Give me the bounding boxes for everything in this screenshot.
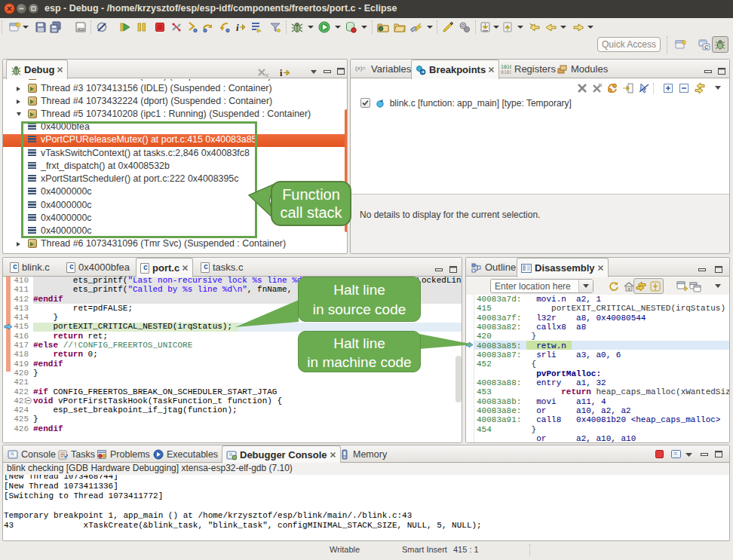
svg-text:0101: 0101	[501, 69, 511, 75]
svg-text:(x)=: (x)=	[355, 65, 366, 72]
svg-text:010: 010	[78, 27, 84, 32]
svg-text:i: i	[236, 22, 239, 33]
svg-text:i: i	[280, 68, 283, 78]
